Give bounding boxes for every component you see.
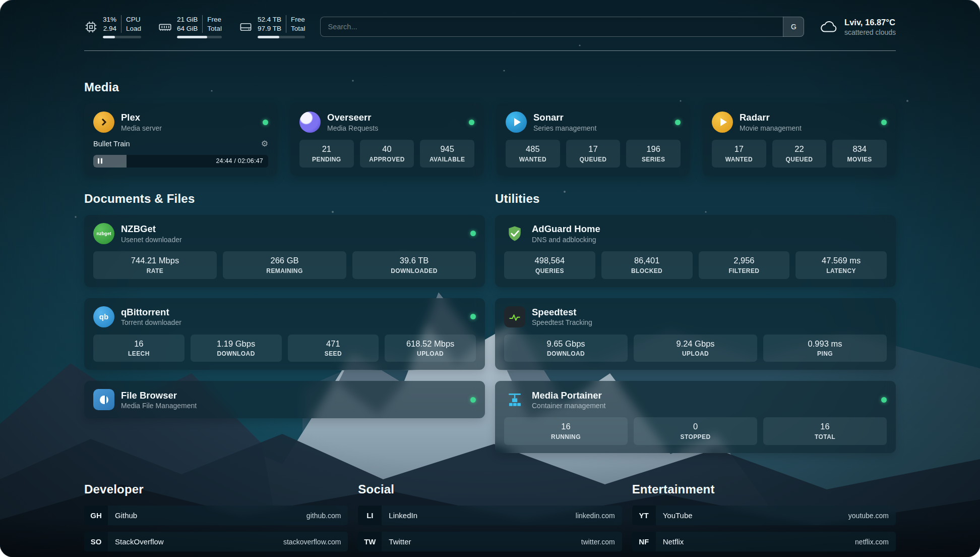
stat-value: 266 GB [226, 256, 343, 266]
service-subtitle: Media File Management [121, 402, 197, 410]
stat-value: 2,956 [702, 256, 787, 266]
cpu-widget: 31% 2.94 CPU Load [84, 15, 141, 38]
stat-box: 17 QUEUED [566, 140, 621, 168]
stat-box: 16 TOTAL [763, 417, 887, 445]
stat-box: 39.6 TB DOWNLOADED [352, 251, 476, 279]
section-title-utilities: Utilities [495, 192, 896, 206]
stat-box: 618.52 Mbps UPLOAD [385, 335, 476, 362]
sonarr-card[interactable]: Sonarr Series management 485 WANTED 17 Q… [497, 103, 690, 176]
stat-value: 17 [569, 144, 618, 154]
portainer-icon [504, 389, 525, 410]
service-subtitle: Torrent downloader [121, 318, 181, 326]
section-title-media: Media [84, 80, 896, 94]
disk-free-label: Free [291, 15, 305, 24]
stat-value: 498,564 [507, 256, 592, 266]
plex-progress-bar[interactable]: 24:44 / 02:06:47 [93, 155, 268, 168]
status-dot [469, 120, 474, 125]
bookmark-abbr: NF [632, 532, 656, 551]
stat-value: 1.19 Gbps [194, 339, 279, 349]
stat-label: QUERIES [507, 267, 592, 274]
cpu-bar [103, 36, 141, 38]
stat-label: UPLOAD [637, 350, 754, 357]
disk-bar [258, 36, 305, 38]
status-dot [470, 314, 476, 319]
qbittorrent-icon: qb [93, 306, 114, 327]
cpu-label: CPU [126, 15, 141, 24]
stat-label: PENDING [302, 156, 351, 163]
bookmark-url: linkedin.com [576, 512, 615, 520]
search-input[interactable] [320, 17, 804, 37]
qbittorrent-card[interactable]: qb qBittorrent Torrent downloader 16 LEE… [84, 298, 485, 370]
plex-card[interactable]: Plex Media server Bullet Train ⚙ 24:44 /… [84, 103, 277, 176]
overseerr-card[interactable]: Overseerr Media Requests 21 PENDING 40 A… [290, 103, 483, 176]
portainer-card[interactable]: Media Portainer Container management 16 … [495, 381, 896, 453]
stat-box: 9.24 Gbps UPLOAD [634, 335, 757, 362]
bookmark-abbr: TW [358, 532, 382, 551]
stat-label: QUEUED [569, 156, 618, 163]
stat-box: 196 SERIES [626, 140, 681, 168]
bookmark-linkedin[interactable]: LI LinkedIn linkedin.com [358, 506, 622, 525]
cpu-load-label: Load [126, 24, 141, 33]
stat-label: SERIES [629, 156, 678, 163]
stat-label: MOVIES [835, 156, 884, 163]
section-documents: Documents & Files nzbget NZBGet Usenet d… [84, 192, 485, 419]
bookmark-abbr: GH [84, 506, 108, 525]
stat-box: 485 WANTED [506, 140, 560, 168]
stat-value: 16 [507, 422, 625, 432]
status-dot [263, 120, 268, 125]
bookmark-url: youtube.com [848, 512, 889, 520]
stat-value: 17 [715, 144, 763, 154]
cpu-load: 2.94 [103, 24, 116, 33]
stat-label: SEED [291, 350, 376, 357]
stat-value: 47.569 ms [799, 256, 884, 266]
stat-box: 16 LEECH [93, 335, 185, 362]
speedtest-card[interactable]: Speedtest Speedtest Tracking 9.65 Gbps D… [495, 298, 896, 370]
bookmark-youtube[interactable]: YT YouTube youtube.com [632, 506, 896, 525]
service-name: Radarr [740, 112, 802, 123]
filebrowser-icon [93, 389, 114, 410]
disk-total: 97.9 TB [258, 24, 281, 33]
stat-label: LATENCY [799, 267, 884, 274]
service-subtitle: Media server [121, 124, 162, 132]
stat-label: QUEUED [775, 156, 824, 163]
service-subtitle: Speedtest Tracking [532, 318, 592, 326]
stat-value: 9.65 Gbps [507, 339, 625, 349]
stat-box: 945 AVAILABLE [420, 140, 474, 168]
stat-value: 39.6 TB [355, 256, 473, 266]
section-social: Social LI LinkedIn linkedin.com TW Twitt… [358, 482, 622, 557]
stat-value: 471 [291, 339, 376, 349]
memory-total-label: Total [207, 24, 222, 33]
bookmark-url: stackoverflow.com [283, 538, 341, 546]
bookmark-netflix[interactable]: NF Netflix netflix.com [632, 532, 896, 551]
bookmark-url: twitter.com [581, 538, 615, 546]
radarr-card[interactable]: Radarr Movie management 17 WANTED 22 QUE… [703, 103, 896, 176]
stat-label: RATE [96, 267, 214, 274]
bookmark-name: Twitter [389, 537, 411, 546]
stat-label: WANTED [509, 156, 557, 163]
bookmark-github[interactable]: GH Github github.com [84, 506, 348, 525]
bookmark-name: YouTube [663, 511, 693, 520]
bookmark-url: netflix.com [855, 538, 889, 546]
bookmark-twitter[interactable]: TW Twitter twitter.com [358, 532, 622, 551]
filebrowser-card[interactable]: File Browser Media File Management [84, 381, 485, 418]
memory-widget: 21 GiB 64 GiB Free Total [158, 15, 222, 38]
adguard-card[interactable]: AdGuard Home DNS and adblocking 498,564 … [495, 215, 896, 287]
dashboard-window: 31% 2.94 CPU Load [0, 0, 980, 557]
stat-value: 945 [423, 144, 471, 154]
search-provider-button[interactable]: G [783, 17, 804, 37]
bookmark-stackoverflow[interactable]: SO StackOverflow stackoverflow.com [84, 532, 348, 551]
adguard-icon [504, 223, 525, 244]
stat-label: LEECH [96, 350, 181, 357]
section-title-entertainment: Entertainment [632, 482, 896, 496]
nzbget-card[interactable]: nzbget NZBGet Usenet downloader 744.21 M… [84, 215, 485, 287]
stat-value: 744.21 Mbps [96, 256, 214, 266]
gear-icon[interactable]: ⚙ [261, 140, 268, 148]
bookmark-abbr: LI [358, 506, 382, 525]
weather-condition: scattered clouds [844, 28, 896, 36]
cpu-icon [84, 20, 98, 34]
bookmark-name: Github [115, 511, 137, 520]
stat-box: 2,956 FILTERED [699, 251, 790, 279]
bookmark-name: Netflix [663, 537, 684, 546]
pause-icon[interactable] [98, 158, 102, 164]
bookmark-url: github.com [307, 512, 341, 520]
